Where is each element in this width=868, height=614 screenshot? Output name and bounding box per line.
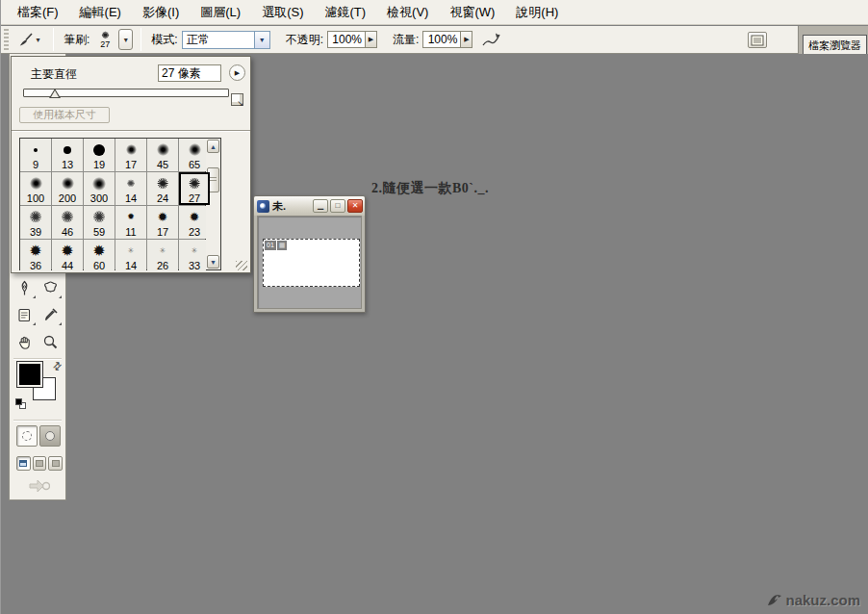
watermark: nakuz.com	[766, 592, 860, 608]
airbrush-toggle[interactable]	[482, 32, 501, 48]
brush-preset[interactable]: 14	[115, 240, 146, 272]
brush-preset-selected[interactable]: 27	[179, 172, 210, 205]
notes-tool[interactable]	[12, 302, 38, 327]
jump-to-imageready-button[interactable]	[17, 473, 62, 499]
brush-preset[interactable]: 26	[147, 240, 178, 272]
brush-preset[interactable]: 39	[20, 206, 51, 239]
slider-arrow-icon[interactable]: ▶	[366, 31, 377, 48]
brush-label: 筆刷:	[64, 32, 89, 48]
brush-preset[interactable]: 300	[84, 172, 115, 205]
palette-list-icon	[751, 35, 764, 46]
brush-preset[interactable]: 24	[147, 172, 178, 205]
swap-colors-icon[interactable]: ⇄	[50, 359, 65, 374]
pen-tool[interactable]	[12, 275, 38, 300]
brush-preview	[128, 242, 135, 260]
slice-number-badge: 01	[265, 241, 276, 250]
divider	[12, 130, 250, 131]
maximize-button[interactable]: □	[330, 199, 345, 213]
default-foreground	[15, 398, 22, 405]
brush-preset[interactable]: 200	[52, 172, 83, 205]
quick-mask-mode-button[interactable]	[39, 425, 61, 447]
document-title: 未.	[272, 199, 311, 214]
color-swatches: ⇄	[15, 362, 62, 412]
foreground-color-swatch[interactable]	[17, 362, 42, 387]
slider-arrow-icon[interactable]: ▶	[461, 31, 472, 48]
brush-preset[interactable]: 13	[52, 139, 83, 171]
brush-picker-dropdown-button[interactable]: ▾	[118, 29, 133, 50]
minimize-button[interactable]: ▁	[313, 199, 328, 213]
brush-preset[interactable]: 9	[20, 139, 51, 171]
menu-view[interactable]: 檢視(V)	[378, 2, 437, 23]
document-title-bar[interactable]: 未. ▁ □ ✕	[254, 196, 365, 216]
photoshop-window: 檔案(F) 編輯(E) 影像(I) 圖層(L) 選取(S) 濾鏡(T) 檢視(V…	[0, 0, 868, 614]
default-colors-icon[interactable]	[15, 398, 27, 410]
brush-preview	[92, 174, 106, 192]
menu-window[interactable]: 視窗(W)	[441, 2, 503, 23]
menu-image[interactable]: 影像(I)	[134, 2, 188, 23]
brush-preset[interactable]: 100	[20, 172, 51, 205]
brush-preset[interactable]: 45	[147, 139, 178, 171]
custom-shape-tool[interactable]	[38, 275, 64, 300]
brush-preset[interactable]: 14	[115, 172, 146, 205]
use-sample-size-button[interactable]: 使用樣本尺寸	[19, 107, 110, 123]
menu-filter[interactable]: 濾鏡(T)	[316, 2, 374, 23]
eyedropper-tool[interactable]	[38, 302, 64, 327]
document-client-area: 01 ▦	[257, 216, 362, 309]
document-canvas[interactable]: 01 ▦	[263, 239, 360, 287]
brush-tool-preset-button[interactable]: ▾	[13, 28, 45, 51]
tab-file-browser[interactable]: 檔案瀏覽器	[803, 35, 867, 54]
chevron-down-icon[interactable]: ▼	[254, 32, 269, 48]
brush-preview	[191, 242, 198, 260]
brush-preset[interactable]: 60	[84, 240, 115, 272]
fullscreen-menubar-mode-button[interactable]	[33, 456, 47, 471]
slider-thumb[interactable]	[49, 89, 61, 98]
brush-preset[interactable]: 19	[84, 139, 115, 171]
brush-preset[interactable]: 46	[52, 206, 83, 239]
opacity-field[interactable]: 100% ▶	[327, 31, 377, 48]
mask-mode-buttons	[16, 425, 61, 448]
fullscreen-mode-button[interactable]	[48, 456, 63, 471]
window-icon	[52, 460, 60, 467]
standard-mode-button[interactable]	[16, 425, 38, 447]
standard-screen-mode-button[interactable]	[16, 456, 31, 471]
chevron-down-icon: ▾	[36, 36, 39, 44]
close-button[interactable]: ✕	[347, 199, 363, 213]
brush-preset-thumbnail[interactable]: ✺ 27	[93, 28, 116, 51]
zoom-tool[interactable]	[38, 329, 64, 354]
flow-field[interactable]: 100% ▶	[422, 31, 472, 48]
hand-tool[interactable]	[12, 329, 38, 354]
scroll-down-button[interactable]: ▼	[207, 255, 219, 269]
menu-layer[interactable]: 圖層(L)	[191, 2, 249, 23]
create-new-brush-button[interactable]	[231, 93, 243, 106]
master-diameter-input[interactable]: 27 像素	[158, 64, 221, 82]
options-bar-grip[interactable]	[4, 29, 9, 50]
toggle-brushes-palette-button[interactable]	[748, 32, 767, 48]
quick-mask-icon	[45, 431, 55, 441]
picker-menu-button[interactable]: ▶	[229, 64, 245, 81]
brush-preview	[62, 174, 74, 192]
brush-preset[interactable]: 44	[52, 240, 83, 272]
blend-mode-select[interactable]: 正常 ▼	[182, 31, 270, 49]
menu-help[interactable]: 說明(H)	[507, 2, 567, 23]
menu-edit[interactable]: 編輯(E)	[71, 2, 130, 23]
brush-preset[interactable]: 11	[115, 206, 146, 239]
airbrush-icon	[482, 32, 501, 48]
brush-preview	[189, 174, 201, 192]
brush-preset[interactable]: 17	[115, 139, 146, 171]
slice-badges: 01 ▦	[265, 241, 287, 250]
brush-preview	[29, 242, 41, 260]
brush-preview	[126, 141, 137, 159]
menu-file[interactable]: 檔案(F)	[9, 2, 67, 23]
panel-resize-grip[interactable]	[236, 261, 247, 270]
brush-preset[interactable]: 17	[147, 206, 178, 239]
menu-select[interactable]: 選取(S)	[253, 2, 312, 23]
brush-preview	[160, 242, 166, 260]
mode-label: 模式:	[151, 32, 177, 48]
custom-shape-icon	[42, 280, 59, 296]
window-icon	[19, 460, 27, 467]
brush-preset[interactable]: 59	[84, 206, 115, 239]
brush-preview	[29, 208, 41, 226]
scroll-up-button[interactable]: ▲	[207, 140, 219, 153]
brush-preset[interactable]: 36	[20, 240, 51, 272]
master-diameter-slider[interactable]	[23, 89, 229, 97]
